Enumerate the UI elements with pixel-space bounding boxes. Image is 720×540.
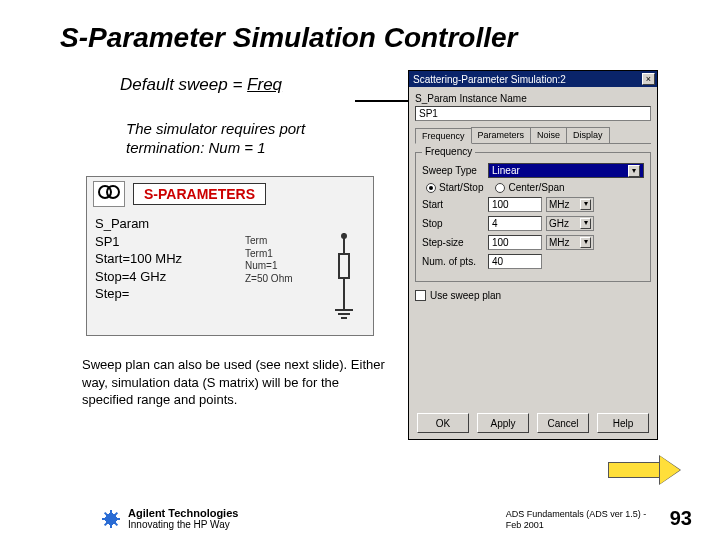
sweep-type-select[interactable]: Linear ▾ — [488, 163, 644, 178]
npts-label: Num. of pts. — [422, 256, 484, 267]
subtitle-emph: Freq — [247, 75, 282, 94]
ok-button[interactable]: OK — [417, 413, 469, 433]
chevron-down-icon: ▾ — [580, 218, 591, 229]
npts-input[interactable] — [488, 254, 542, 269]
agilent-logo-icon — [100, 508, 122, 530]
step-input[interactable] — [488, 235, 542, 250]
sparam-line: Step= — [95, 285, 245, 303]
step-unit-select[interactable]: MHz ▾ — [546, 235, 594, 250]
sweep-plan-note: Sweep plan can also be used (see next sl… — [82, 356, 392, 409]
sparam-schematic-block: S-PARAMETERS S_Param SP1 Start=100 MHz S… — [86, 176, 374, 336]
stop-label: Stop — [422, 218, 484, 229]
frequency-group: Frequency Sweep Type Linear ▾ Start/Stop… — [415, 152, 651, 282]
start-unit-select[interactable]: MHz ▾ — [546, 197, 594, 212]
start-label: Start — [422, 199, 484, 210]
page-number: 93 — [670, 507, 692, 530]
sim-note-line1: The simulator requires port — [126, 120, 305, 139]
next-slide-arrow-icon — [608, 456, 680, 484]
term-component: Term Term1 Num=1 Z=50 Ohm — [245, 215, 365, 303]
tab-parameters[interactable]: Parameters — [471, 127, 532, 143]
stop-input[interactable] — [488, 216, 542, 231]
company-name: Agilent Technologies — [128, 507, 238, 519]
sweep-type-value: Linear — [492, 165, 520, 176]
chevron-down-icon: ▾ — [580, 237, 591, 248]
chevron-down-icon: ▾ — [628, 165, 640, 177]
company-tagline: Innovating the HP Way — [128, 519, 238, 530]
use-sweep-plan-label: Use sweep plan — [430, 290, 501, 301]
stop-unit-select[interactable]: GHz ▾ — [546, 216, 594, 231]
sparam-line: Stop=4 GHz — [95, 268, 245, 286]
tab-frequency[interactable]: Frequency — [415, 128, 472, 144]
stop-unit-value: GHz — [549, 218, 569, 229]
simulator-note: The simulator requires port termination:… — [126, 120, 305, 158]
frequency-group-title: Frequency — [422, 146, 475, 157]
dialog-title: Scattering-Parameter Simulation:2 — [413, 74, 566, 85]
instance-name-input[interactable] — [415, 106, 651, 121]
radio-start-stop[interactable]: Start/Stop — [426, 182, 483, 193]
radio-center-span[interactable]: Center/Span — [495, 182, 564, 193]
start-input[interactable] — [488, 197, 542, 212]
dialog-button-bar: OK Apply Cancel Help — [409, 413, 657, 433]
close-icon[interactable]: × — [642, 73, 655, 85]
tab-display[interactable]: Display — [566, 127, 610, 143]
sparam-dialog: Scattering-Parameter Simulation:2 × S_Pa… — [408, 70, 658, 440]
sparam-line: SP1 — [95, 233, 245, 251]
apply-button[interactable]: Apply — [477, 413, 529, 433]
agilent-text: Agilent Technologies Innovating the HP W… — [128, 507, 238, 530]
dialog-titlebar[interactable]: Scattering-Parameter Simulation:2 × — [409, 71, 657, 87]
sweep-type-label: Sweep Type — [422, 165, 484, 176]
sparam-heading: S-PARAMETERS — [133, 183, 266, 205]
instance-name-label: S_Param Instance Name — [415, 93, 651, 104]
slide-title: S-Parameter Simulation Controller — [60, 22, 517, 54]
radio-dot-icon — [495, 183, 505, 193]
radio-start-stop-label: Start/Stop — [439, 182, 483, 193]
radio-dot-icon — [426, 183, 436, 193]
term-resistor-icon — [331, 233, 357, 311]
dialog-tabs: Frequency Parameters Noise Display — [415, 127, 651, 144]
sparam-component-icon — [93, 181, 125, 207]
sim-note-line2: termination: Num = 1 — [126, 139, 305, 158]
step-unit-value: MHz — [549, 237, 570, 248]
cancel-button[interactable]: Cancel — [537, 413, 589, 433]
radio-center-span-label: Center/Span — [508, 182, 564, 193]
subtitle-pre: Default sweep = — [120, 75, 247, 94]
sparam-settings: S_Param SP1 Start=100 MHz Stop=4 GHz Ste… — [95, 215, 245, 303]
slide-subtitle: Default sweep = Freq — [120, 75, 282, 95]
use-sweep-plan-checkbox[interactable] — [415, 290, 426, 301]
start-unit-value: MHz — [549, 199, 570, 210]
slide-footer: Agilent Technologies Innovating the HP W… — [0, 507, 720, 530]
chevron-down-icon: ▾ — [580, 199, 591, 210]
footer-course-info: ADS Fundamentals (ADS ver 1.5) - Feb 200… — [506, 509, 656, 530]
tab-noise[interactable]: Noise — [530, 127, 567, 143]
help-button[interactable]: Help — [597, 413, 649, 433]
sparam-line: Start=100 MHz — [95, 250, 245, 268]
sparam-line: S_Param — [95, 215, 245, 233]
step-label: Step-size — [422, 237, 484, 248]
